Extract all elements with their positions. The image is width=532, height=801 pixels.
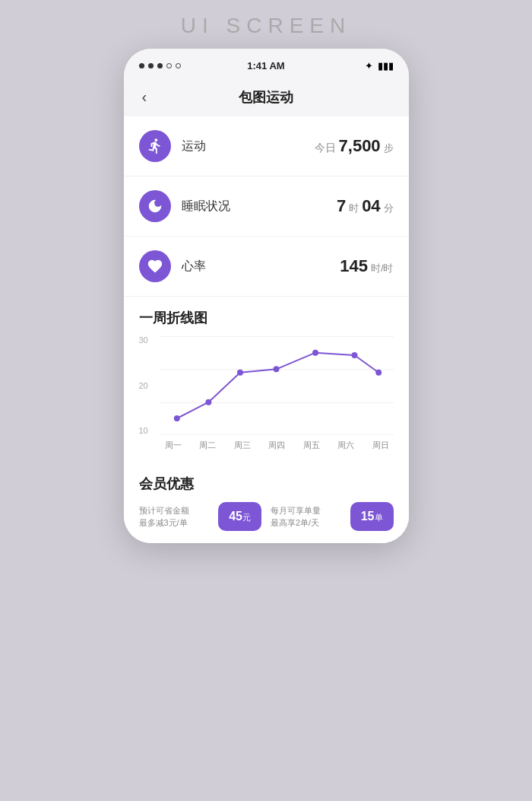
svg-point-3 xyxy=(273,366,279,372)
chart-svg xyxy=(160,336,394,435)
heart-icon xyxy=(139,250,171,282)
svg-point-4 xyxy=(312,350,318,356)
x-label-thu: 周四 xyxy=(268,440,285,451)
exercise-value: 今日 7,500 步 xyxy=(315,136,394,156)
member-badge-1-unit: 元 xyxy=(242,513,251,522)
member-card-2-text: 每月可享单量 最高享2单/天 xyxy=(271,504,343,529)
heart-unit: 时/时 xyxy=(371,262,394,274)
x-label-mon: 周一 xyxy=(165,440,182,451)
sleep-value: 7 时 04 分 xyxy=(337,196,393,216)
x-label-sat: 周六 xyxy=(337,440,354,451)
chart-container: 30 20 10 xyxy=(139,336,394,458)
member-card-2-line2: 最高享2单/天 xyxy=(271,517,343,529)
heart-label: 心率 xyxy=(182,259,340,275)
chart-x-labels: 周一 周二 周三 周四 周五 周六 周日 xyxy=(160,440,394,451)
exercise-big: 7,500 xyxy=(339,136,381,155)
member-section: 会员优惠 预计可省金额 最多减3元/单 45元 每月可享单量 最高享2单/天 xyxy=(124,464,409,543)
status-left xyxy=(139,63,181,68)
status-right: ✦ ▮▮▮ xyxy=(365,60,394,72)
x-label-wed: 周三 xyxy=(234,440,251,451)
dot4 xyxy=(166,63,172,68)
svg-point-1 xyxy=(205,399,211,405)
member-badge-2-unit: 单 xyxy=(375,513,383,522)
sleep-icon xyxy=(139,190,171,222)
member-card-1-line1: 预计可省金额 xyxy=(139,504,211,517)
phone-frame: 1:41 AM ✦ ▮▮▮ ‹ 包图运动 运动 今日 7,500 步 xyxy=(124,49,409,543)
member-title: 会员优惠 xyxy=(139,475,394,493)
back-button[interactable]: ‹ xyxy=(136,85,154,109)
svg-point-5 xyxy=(351,352,357,358)
nav-title: 包图运动 xyxy=(239,88,293,106)
page-label: UI SCREEN xyxy=(181,14,351,38)
sleep-label: 睡眠状况 xyxy=(182,199,337,215)
svg-point-0 xyxy=(173,415,179,421)
battery-icon: ▮▮▮ xyxy=(378,60,394,72)
exercise-label: 运动 xyxy=(182,138,315,154)
y-label-20: 20 xyxy=(139,382,148,390)
dot5 xyxy=(176,63,181,68)
member-badge-1-value: 45 xyxy=(229,510,242,523)
heart-row[interactable]: 心率 145 时/时 xyxy=(124,237,409,297)
x-label-tue: 周二 xyxy=(199,440,216,451)
exercise-unit: 步 xyxy=(384,142,394,154)
member-badge-2[interactable]: 15单 xyxy=(350,502,394,531)
svg-point-6 xyxy=(375,370,382,376)
member-badge-1[interactable]: 45元 xyxy=(218,502,261,531)
content: 运动 今日 7,500 步 睡眠状况 7 时 04 分 xyxy=(124,116,409,543)
sleep-big1: 7 xyxy=(337,196,346,215)
x-label-fri: 周五 xyxy=(303,440,320,451)
bluetooth-icon: ✦ xyxy=(365,60,373,72)
y-label-30: 30 xyxy=(139,336,148,345)
status-time: 1:41 AM xyxy=(247,60,284,72)
chart-area xyxy=(160,336,394,435)
heart-big: 145 xyxy=(340,256,368,275)
svg-point-2 xyxy=(237,370,243,376)
heart-value: 145 时/时 xyxy=(340,256,393,276)
chart-title: 一周折线图 xyxy=(139,309,394,327)
chart-section: 一周折线图 30 20 10 xyxy=(124,297,409,464)
exercise-row[interactable]: 运动 今日 7,500 步 xyxy=(124,116,409,176)
sleep-unit1: 时 xyxy=(349,202,359,214)
status-bar: 1:41 AM ✦ ▮▮▮ xyxy=(124,49,409,79)
member-card-1-line2: 最多减3元/单 xyxy=(139,517,211,529)
chart-y-labels: 30 20 10 xyxy=(139,336,148,435)
y-label-10: 10 xyxy=(139,427,148,435)
member-badge-2-value: 15 xyxy=(361,510,375,523)
exercise-icon xyxy=(139,130,171,162)
exercise-prefix: 今日 xyxy=(315,141,336,154)
sleep-unit2: 分 xyxy=(384,202,394,214)
member-card-2[interactable]: 每月可享单量 最高享2单/天 15单 xyxy=(271,502,394,531)
sleep-big2: 04 xyxy=(362,196,380,215)
x-label-sun: 周日 xyxy=(372,440,389,451)
dot1 xyxy=(139,63,144,68)
sleep-row[interactable]: 睡眠状况 7 时 04 分 xyxy=(124,176,409,237)
member-card-2-line1: 每月可享单量 xyxy=(271,504,343,517)
dot3 xyxy=(157,63,163,68)
member-cards: 预计可省金额 最多减3元/单 45元 每月可享单量 最高享2单/天 15单 xyxy=(139,502,394,531)
nav-bar: ‹ 包图运动 xyxy=(124,79,409,116)
dot2 xyxy=(148,63,154,68)
member-card-1-text: 预计可省金额 最多减3元/单 xyxy=(139,504,211,529)
member-card-1[interactable]: 预计可省金额 最多减3元/单 45元 xyxy=(139,502,262,531)
